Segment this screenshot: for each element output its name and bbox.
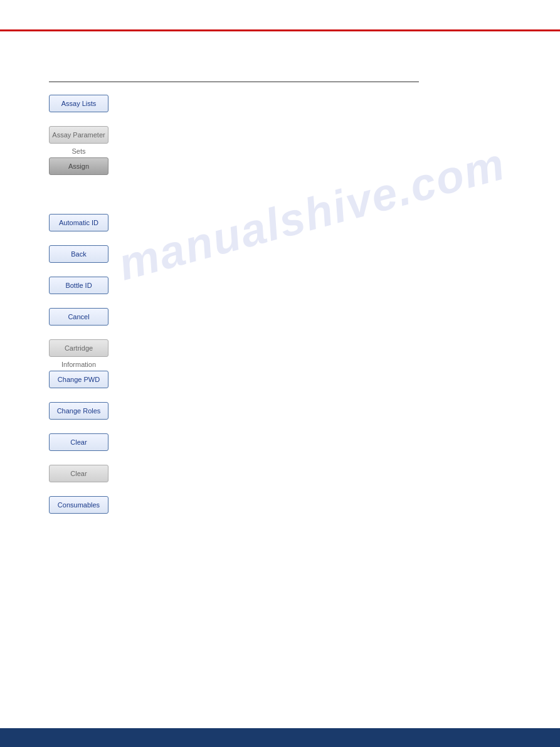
assay-parameter-sets-button: Assay Parameter Sets	[49, 126, 108, 144]
back-button[interactable]: Back	[49, 245, 108, 263]
bottle-id-button[interactable]: Bottle ID	[49, 277, 108, 294]
change-pwd-button[interactable]: Change PWD	[49, 371, 108, 388]
clear-button-2: Clear	[49, 465, 108, 482]
assay-lists-button[interactable]: Assay Lists	[49, 95, 108, 112]
top-bar	[0, 0, 560, 31]
automatic-id-button[interactable]: Automatic ID	[49, 214, 108, 231]
cartridge-information-button: Cartridge Information	[49, 339, 108, 357]
cancel-button[interactable]: Cancel	[49, 308, 108, 326]
spacer-1	[49, 189, 511, 214]
buttons-container: Assay Lists Assay Parameter Sets Assign …	[49, 95, 511, 527]
clear-button-1[interactable]: Clear	[49, 433, 108, 451]
consumables-button[interactable]: Consumables	[49, 496, 108, 514]
section-divider	[49, 82, 419, 82]
change-roles-button[interactable]: Change Roles	[49, 402, 108, 420]
bottom-bar	[0, 728, 560, 747]
assign-button[interactable]: Assign	[49, 157, 108, 175]
main-content: manualshive.com Assay Lists Assay Parame…	[0, 31, 560, 565]
